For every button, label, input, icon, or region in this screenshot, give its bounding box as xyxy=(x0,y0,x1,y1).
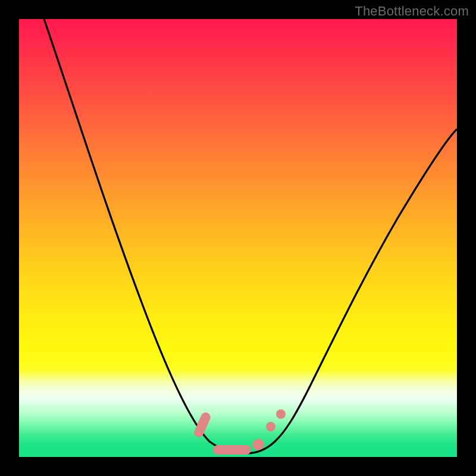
svg-point-4 xyxy=(276,409,286,419)
svg-rect-1 xyxy=(213,445,251,455)
chart-frame: TheBottleneck.com xyxy=(0,0,476,476)
optimum-markers xyxy=(193,409,286,455)
plot-area xyxy=(19,19,457,457)
curve-path xyxy=(44,19,457,453)
svg-rect-0 xyxy=(193,411,212,439)
bottleneck-curve xyxy=(19,19,457,457)
svg-rect-2 xyxy=(250,437,266,452)
watermark: TheBottleneck.com xyxy=(355,4,469,19)
svg-point-3 xyxy=(266,422,275,431)
